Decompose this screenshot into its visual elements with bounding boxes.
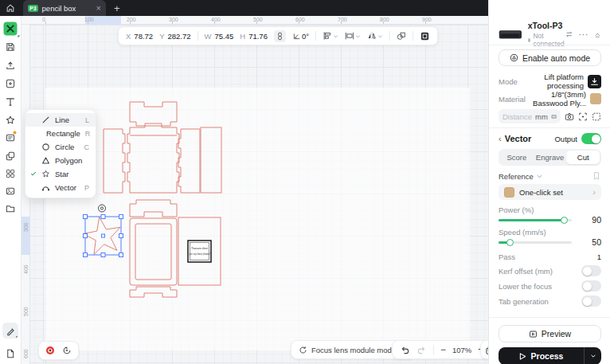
notification-dot [14,131,17,135]
menu-item-rectangle[interactable]: RectangleR [25,127,96,140]
shapes-context-menu: LineL RectangleR CircleC Polygon [25,109,96,198]
xtool-creative-space-window: P3 pencil box × + [0,0,610,364]
menu-item-polygon[interactable]: Polygon [25,154,96,167]
width-field[interactable]: W75.45 [205,32,234,41]
switch-device-button[interactable] [565,29,573,39]
speed-slider-row: 50 [499,237,601,247]
camera-button[interactable] [565,112,574,122]
insert-shape-button[interactable] [4,77,18,91]
align-dropdown[interactable] [323,31,338,41]
output-toggle[interactable] [581,133,601,144]
array-button[interactable] [420,31,430,41]
zoom-level[interactable]: 107% [452,346,471,354]
menu-item-star[interactable]: Star [25,167,96,181]
chevron-down-icon[interactable] [536,173,543,180]
back-icon[interactable]: ‹ [499,134,502,143]
settings-panel: xTool-P3 Not connected ··· Enable auto m… [488,0,610,364]
one-click-set-button[interactable]: One-click set › [499,184,601,200]
replay-button[interactable] [62,346,72,355]
play-icon [519,353,526,360]
align-icon [323,31,332,41]
divider [433,345,434,354]
power-value[interactable]: 90 [572,215,601,225]
zoom-out-button[interactable]: − [440,344,446,355]
menu-item-line[interactable]: LineL [25,113,96,127]
device-thumbnail [499,27,522,41]
page-button[interactable] [4,347,18,361]
autofocus-button[interactable] [578,112,588,122]
device-badge: P3 [28,5,38,12]
height-field[interactable]: H71.76 [240,32,268,41]
process-dropdown-button[interactable] [584,347,601,364]
shapes-tool-button[interactable] [4,114,18,127]
material-thumb [504,187,514,198]
text-tool-button[interactable] [4,96,18,109]
speed-slider[interactable] [499,238,572,246]
material-swatch[interactable] [590,93,601,104]
divider [489,127,610,128]
new-tab-button[interactable]: + [114,2,120,14]
projects-button[interactable] [4,202,18,216]
divider [489,45,610,45]
distance-input[interactable]: Distance mm [499,109,561,123]
y-field[interactable]: Y282.72 [159,32,190,41]
redo-button[interactable] [416,345,427,355]
pass-value[interactable]: 1 [515,252,601,261]
tab-pencil-box[interactable]: P3 pencil box × [23,0,106,16]
tab-generation-toggle[interactable] [581,296,601,307]
tab-generation-row: Tab generation [499,295,601,307]
tab-score[interactable]: Score [500,151,534,164]
image-icon [6,186,16,197]
pattern-piece[interactable]: Treasure chest for my best friend [178,217,221,285]
ai-image-button[interactable] [4,185,18,198]
more-button[interactable]: ··· [578,30,588,39]
apps-button[interactable] [4,167,18,181]
easyset-panel-button[interactable] [4,131,18,145]
pass-label: Pass [499,252,515,261]
tab-cut[interactable]: Cut [566,151,600,164]
tab-close-icon[interactable]: × [96,4,101,13]
preview-button[interactable]: Preview [499,325,601,342]
menu-item-vector[interactable]: VectorP [25,181,96,194]
kerf-toggle[interactable] [581,265,601,276]
frame-button[interactable] [592,112,601,122]
enable-auto-mode-button[interactable]: Enable auto mode [499,49,601,66]
menu-item-circle[interactable]: CircleC [25,140,96,154]
rotation-field[interactable]: 0° [292,32,309,41]
box-template[interactable] [104,102,221,297]
weld-icon [397,31,406,41]
material-value[interactable]: 1/8"(3mm) Basswood Ply... [526,90,586,108]
material-label: Material [499,95,526,104]
center-handle [102,234,105,237]
home-button[interactable] [0,0,21,16]
undo-button[interactable] [400,345,410,355]
distribute-dropdown[interactable] [345,31,361,41]
lower-focus-toggle[interactable] [581,280,601,292]
import-button[interactable] [4,59,18,72]
mode-value[interactable]: Lift platform processing [518,72,584,90]
weld-button[interactable] [397,31,406,41]
select-tool-button[interactable] [4,22,18,36]
rotate-handle[interactable] [99,205,106,212]
speed-value[interactable]: 50 [572,237,601,247]
power-slider[interactable] [499,216,572,224]
chevron-right-icon: › [592,187,596,197]
draw-tool-button[interactable] [2,323,18,339]
collapse-panel-button[interactable] [594,30,601,39]
layer-type-title: Vector [505,134,555,143]
process-button[interactable]: Process [499,347,601,364]
save-icon [6,42,16,53]
bookmark-icon[interactable] [592,171,601,181]
resize-handle-w [84,234,88,238]
lift-platform-button[interactable] [588,75,601,88]
reference-label: Reference [499,172,534,181]
tab-engrave[interactable]: Engrave [534,151,567,164]
flip-dropdown[interactable] [367,31,383,41]
x-field[interactable]: X78.72 [126,32,153,41]
preset-icon[interactable] [551,112,557,121]
design-canvas[interactable]: 0100200300400500600700800900 30040050060… [22,16,488,364]
lock-ratio-button[interactable] [274,30,286,42]
file-save-button[interactable] [4,41,18,54]
duplicate-tool-button[interactable] [4,150,18,163]
record-button[interactable] [45,346,55,355]
